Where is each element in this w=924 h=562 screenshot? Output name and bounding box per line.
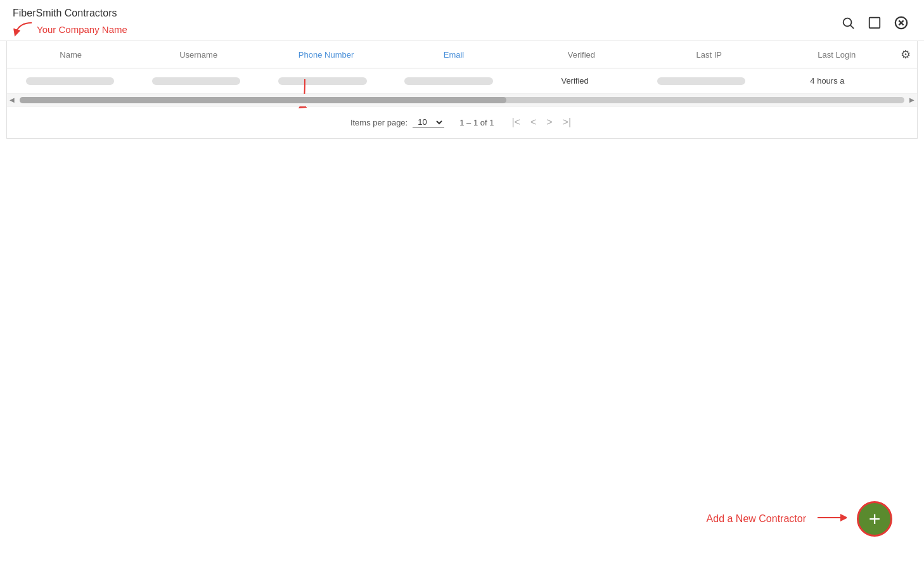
annotation-arrow-icon [13, 20, 37, 38]
cell-email [385, 77, 511, 85]
cell-last-ip [638, 77, 764, 85]
items-per-page-label: Items per page: [350, 118, 407, 127]
contractors-table: Name Username Phone Number Email Verifie… [6, 41, 918, 139]
col-name: Name [7, 50, 134, 60]
col-phone: Phone Number [262, 50, 390, 60]
svg-rect-2 [869, 18, 880, 29]
plus-icon: + [869, 509, 881, 529]
header-actions [838, 13, 911, 33]
pagination-bar: Items per page: 10 5 25 50 100 1 – 1 of … [7, 106, 917, 138]
app-header: FiberSmith Contractors Your Company Name [0, 0, 924, 41]
svg-line-1 [850, 25, 854, 29]
scroll-thumb [20, 97, 506, 103]
col-last-login: Last Login [773, 50, 901, 60]
col-username: Username [134, 50, 262, 60]
company-name-label: Your Company Name [37, 24, 127, 35]
scroll-right-arrow[interactable]: ▶ [907, 96, 917, 103]
next-page-button[interactable]: > [544, 115, 555, 129]
search-icon [841, 16, 855, 30]
email-placeholder [404, 77, 492, 85]
last-login-value: 4 hours a [810, 76, 844, 86]
square-icon [868, 16, 882, 30]
company-annotation: Your Company Name [13, 20, 127, 38]
settings-icon: ⚙ [901, 48, 911, 61]
phone-placeholder [278, 77, 366, 85]
col-email: Email [390, 50, 517, 60]
horizontal-scrollbar[interactable]: ◀ ▶ [7, 94, 917, 106]
items-per-page-select[interactable]: 10 5 25 50 100 [413, 117, 444, 128]
table-header-row: Name Username Phone Number Email Verifie… [7, 41, 917, 68]
col-last-ip: Last IP [645, 50, 773, 60]
last-page-button[interactable]: >| [560, 115, 574, 129]
col-verified: Verified [518, 50, 645, 60]
add-contractor-label: Add a New Contractor [707, 513, 806, 525]
header-left: FiberSmith Contractors Your Company Name [13, 8, 127, 38]
svg-point-0 [844, 18, 852, 27]
table-row: Verified 4 hours a [7, 68, 917, 94]
close-icon [894, 16, 908, 30]
pagination-range: 1 – 1 of 1 [459, 118, 494, 127]
scroll-track[interactable] [20, 97, 904, 103]
last-ip-placeholder [657, 77, 745, 85]
app-title: FiberSmith Contractors [13, 8, 127, 19]
add-contractor-area: Add a New Contractor + [707, 501, 892, 537]
cell-username [133, 77, 259, 85]
name-placeholder [26, 77, 114, 85]
search-button[interactable] [838, 13, 858, 33]
add-contractor-arrow-icon [816, 511, 847, 527]
cell-last-login: 4 hours a [764, 76, 890, 86]
scroll-left-arrow[interactable]: ◀ [7, 96, 17, 103]
close-button[interactable] [891, 13, 911, 33]
prev-page-button[interactable]: < [528, 115, 539, 129]
verified-value: Verified [561, 76, 588, 86]
cell-verified: Verified [512, 76, 638, 86]
cell-name [7, 77, 133, 85]
cell-phone [259, 77, 385, 85]
column-settings-button[interactable]: ⚙ [901, 48, 911, 61]
add-contractor-button[interactable]: + [857, 501, 892, 537]
first-page-button[interactable]: |< [509, 115, 523, 129]
fullscreen-button[interactable] [864, 13, 885, 33]
username-placeholder [152, 77, 240, 85]
